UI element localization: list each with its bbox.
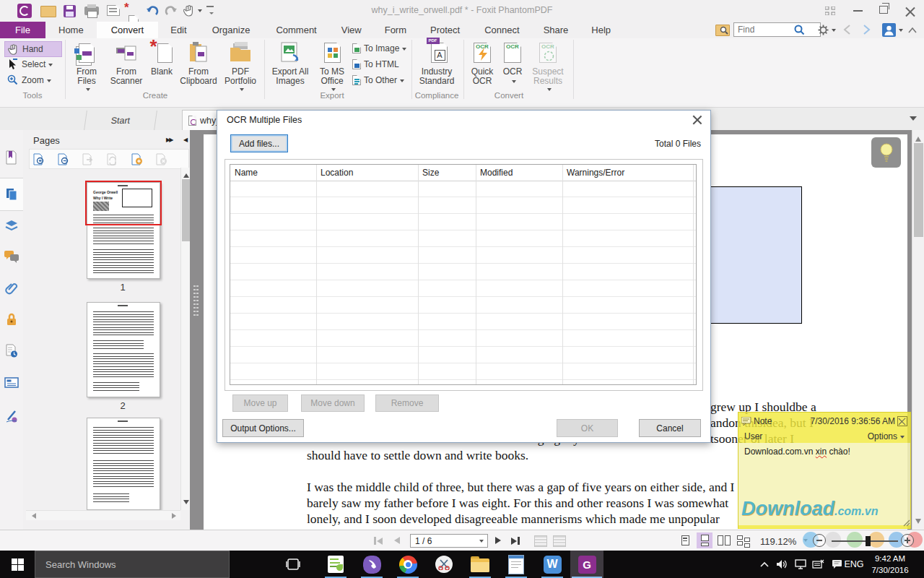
thumbnail-label-1[interactable]: 1 — [87, 282, 159, 293]
to-other-button[interactable]: To Other — [352, 74, 404, 86]
tab-connect[interactable]: Connect — [472, 22, 531, 38]
previous-view-icon[interactable] — [534, 535, 547, 547]
pdf-portfolio-button[interactable]: PDF Portfolio — [219, 40, 261, 92]
taskbar-viber-icon[interactable] — [355, 551, 388, 578]
export-all-images-button[interactable]: Export All Images — [269, 40, 312, 87]
search-folder-icon[interactable] — [715, 25, 730, 36]
tray-notification-icon[interactable] — [829, 556, 845, 573]
move-up-button[interactable]: Move up — [232, 394, 288, 412]
thumbnail-page-1[interactable]: George Orwell Why I Write — [87, 182, 160, 279]
continuous-view-icon[interactable] — [697, 532, 712, 548]
attachments-panel-icon[interactable] — [5, 282, 18, 296]
select-tool-button[interactable]: Select — [4, 57, 56, 72]
document-scrollbar[interactable] — [912, 130, 924, 530]
cancel-button[interactable]: Cancel — [639, 419, 701, 437]
doc-scroll-up-icon[interactable] — [915, 134, 921, 142]
form-field-rect[interactable] — [702, 186, 802, 324]
layers-panel-icon[interactable] — [4, 218, 19, 233]
taskbar-chrome-icon[interactable] — [391, 551, 424, 578]
single-page-view-icon[interactable] — [677, 532, 693, 548]
bookmarks-panel-icon[interactable] — [4, 150, 17, 165]
from-scanner-button[interactable]: From Scanner — [107, 40, 146, 87]
scroll-left-icon[interactable] — [29, 513, 36, 519]
tab-convert[interactable]: Convert — [97, 22, 159, 38]
continuous-facing-view-icon[interactable] — [736, 532, 751, 548]
tab-start[interactable]: Start — [84, 111, 157, 130]
collapse-panel-icon[interactable]: ◀ — [183, 137, 188, 143]
to-ms-office-button[interactable]: To MS Office — [313, 40, 351, 92]
history-back-icon[interactable] — [843, 25, 852, 35]
find-input[interactable] — [733, 22, 821, 37]
dialog-close-icon[interactable] — [692, 115, 702, 125]
user-account-icon[interactable] — [882, 23, 903, 37]
note-close-icon[interactable] — [897, 416, 907, 426]
thumbnail-page-3[interactable] — [87, 418, 160, 510]
close-button[interactable] — [905, 6, 915, 16]
tab-help[interactable]: Help — [580, 22, 622, 38]
fields-panel-icon[interactable] — [4, 377, 19, 389]
insert-page-icon[interactable] — [131, 153, 143, 165]
output-options-button[interactable]: Output Options... — [222, 419, 304, 437]
tray-chevron-icon[interactable] — [757, 556, 772, 573]
zoom-out-button[interactable] — [813, 534, 826, 547]
taskbar-w-app-icon[interactable]: W — [536, 551, 569, 578]
to-image-button[interactable]: To Image — [352, 43, 406, 54]
pages-panel-icon[interactable] — [0, 178, 23, 211]
comments-panel-icon[interactable] — [4, 250, 19, 263]
foxit-layout-switch-icon[interactable] — [823, 5, 837, 17]
tab-organize[interactable]: Organize — [199, 22, 263, 38]
next-view-icon[interactable] — [553, 535, 566, 547]
tab-file[interactable]: File — [0, 22, 45, 38]
tab-view[interactable]: View — [330, 22, 373, 38]
ok-button[interactable]: OK — [557, 419, 618, 437]
blank-button[interactable]: * Blank — [147, 40, 176, 77]
facing-view-icon[interactable] — [716, 532, 732, 548]
restore-button[interactable] — [879, 6, 888, 14]
taskbar-notepad-icon[interactable] — [500, 551, 533, 578]
tab-form[interactable]: Form — [373, 22, 418, 38]
tray-language[interactable]: ENG — [843, 551, 865, 578]
tray-keyboard-icon[interactable] — [810, 556, 826, 573]
taskbar-notepadpp-icon[interactable] — [319, 551, 352, 578]
zoom-slider-thumb[interactable] — [866, 536, 871, 546]
from-clipboard-button[interactable]: From Clipboard — [178, 40, 219, 87]
doc-scrollbar-thumb[interactable] — [914, 143, 923, 237]
note-header[interactable]: Note 7/30/2016 9:36:56 AM — [738, 413, 910, 430]
add-files-button[interactable]: Add files... — [230, 134, 288, 152]
security-panel-icon[interactable] — [5, 312, 18, 327]
pages-scrollbar-vertical[interactable] — [180, 168, 191, 510]
quick-ocr-button[interactable]: OCR Quick OCR — [466, 40, 498, 87]
page-number-box[interactable]: 1 / 6 — [410, 534, 488, 548]
tab-comment[interactable]: Comment — [263, 22, 329, 38]
tray-volume-icon[interactable] — [774, 556, 790, 573]
pages-scrollbar-thumb[interactable] — [182, 179, 190, 241]
thumbnail-page-2[interactable] — [87, 302, 160, 397]
suspect-results-button[interactable]: OCR Suspect Results — [527, 40, 569, 92]
doc-scroll-down-icon[interactable] — [915, 519, 921, 527]
expand-panel-icon[interactable]: ▶▶ — [166, 137, 172, 143]
move-down-button[interactable]: Move down — [301, 394, 365, 412]
hand-tool-button[interactable]: Hand — [4, 41, 62, 57]
to-html-button[interactable]: To HTML — [352, 59, 399, 70]
thumbnail-label-2[interactable]: 2 — [87, 400, 159, 411]
tab-home[interactable]: Home — [45, 22, 97, 38]
file-list-body[interactable] — [230, 181, 696, 384]
zoom-tool-button[interactable]: Zoom — [4, 73, 54, 87]
delete-page-icon[interactable] — [155, 153, 167, 165]
note-resize-grip[interactable] — [903, 519, 910, 527]
tab-edit[interactable]: Edit — [158, 22, 199, 38]
scroll-down-icon[interactable] — [183, 500, 189, 507]
tray-network-icon[interactable] — [793, 556, 808, 573]
minimize-button[interactable] — [853, 10, 863, 12]
taskbar-foxit-icon[interactable]: G — [570, 551, 603, 578]
collapse-ribbon-icon[interactable] — [908, 27, 917, 33]
remove-button[interactable]: Remove — [375, 394, 439, 412]
col-size[interactable]: Size — [418, 168, 476, 178]
pages-scrollbar-horizontal[interactable] — [26, 510, 180, 520]
scroll-up-icon[interactable] — [183, 171, 189, 178]
col-name[interactable]: Name — [230, 168, 316, 178]
tab-protect[interactable]: Protect — [418, 22, 472, 38]
zoom-in-thumbnails-icon[interactable] — [32, 153, 45, 165]
zoom-in-button[interactable] — [901, 534, 914, 547]
taskbar-search-box[interactable]: Search Windows — [35, 551, 230, 578]
